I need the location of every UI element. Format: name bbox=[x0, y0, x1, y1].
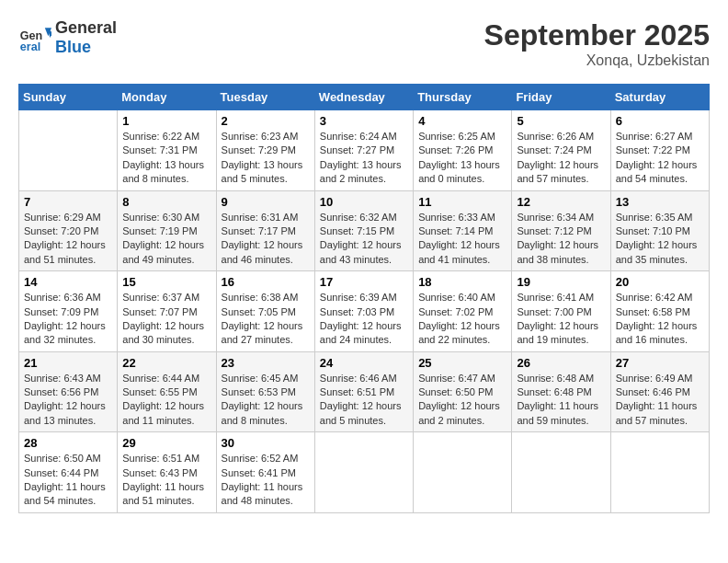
day-number: 14 bbox=[24, 275, 112, 289]
weekday-header-friday: Friday bbox=[512, 85, 610, 110]
calendar-cell: 5Sunrise: 6:26 AM Sunset: 7:24 PM Daylig… bbox=[512, 110, 610, 191]
day-info: Sunrise: 6:27 AM Sunset: 7:22 PM Dayligh… bbox=[616, 130, 704, 187]
calendar-cell: 12Sunrise: 6:34 AM Sunset: 7:12 PM Dayli… bbox=[512, 190, 610, 271]
day-number: 9 bbox=[222, 195, 310, 209]
day-number: 3 bbox=[320, 114, 408, 128]
day-info: Sunrise: 6:44 AM Sunset: 6:55 PM Dayligh… bbox=[122, 372, 210, 429]
svg-text:eral: eral bbox=[20, 40, 40, 53]
day-number: 22 bbox=[122, 356, 210, 370]
day-number: 16 bbox=[222, 275, 310, 289]
calendar-cell: 29Sunrise: 6:51 AM Sunset: 6:43 PM Dayli… bbox=[118, 432, 216, 513]
weekday-header-row: SundayMondayTuesdayWednesdayThursdayFrid… bbox=[19, 85, 710, 110]
month-title: September 2025 bbox=[484, 18, 710, 52]
day-info: Sunrise: 6:33 AM Sunset: 7:14 PM Dayligh… bbox=[418, 211, 506, 268]
weekday-header-monday: Monday bbox=[118, 85, 216, 110]
day-number: 8 bbox=[122, 195, 210, 209]
calendar-cell: 11Sunrise: 6:33 AM Sunset: 7:14 PM Dayli… bbox=[414, 190, 512, 271]
day-info: Sunrise: 6:51 AM Sunset: 6:43 PM Dayligh… bbox=[122, 452, 210, 509]
day-number: 11 bbox=[418, 195, 506, 209]
day-number: 17 bbox=[320, 275, 408, 289]
day-number: 18 bbox=[418, 275, 506, 289]
calendar-body: 1Sunrise: 6:22 AM Sunset: 7:31 PM Daylig… bbox=[19, 110, 710, 513]
calendar-cell: 9Sunrise: 6:31 AM Sunset: 7:17 PM Daylig… bbox=[216, 190, 314, 271]
day-info: Sunrise: 6:25 AM Sunset: 7:26 PM Dayligh… bbox=[418, 130, 506, 187]
calendar-cell: 2Sunrise: 6:23 AM Sunset: 7:29 PM Daylig… bbox=[216, 110, 314, 191]
calendar-cell: 16Sunrise: 6:38 AM Sunset: 7:05 PM Dayli… bbox=[216, 271, 314, 352]
calendar-cell: 6Sunrise: 6:27 AM Sunset: 7:22 PM Daylig… bbox=[610, 110, 709, 191]
calendar-cell: 7Sunrise: 6:29 AM Sunset: 7:20 PM Daylig… bbox=[19, 190, 118, 271]
day-number: 25 bbox=[418, 356, 506, 370]
calendar-cell: 4Sunrise: 6:25 AM Sunset: 7:26 PM Daylig… bbox=[414, 110, 512, 191]
day-number: 23 bbox=[222, 356, 310, 370]
day-info: Sunrise: 6:45 AM Sunset: 6:53 PM Dayligh… bbox=[222, 372, 310, 429]
day-info: Sunrise: 6:23 AM Sunset: 7:29 PM Dayligh… bbox=[222, 130, 310, 187]
calendar-cell: 27Sunrise: 6:49 AM Sunset: 6:46 PM Dayli… bbox=[610, 351, 709, 432]
day-info: Sunrise: 6:43 AM Sunset: 6:56 PM Dayligh… bbox=[24, 372, 112, 429]
calendar-cell: 22Sunrise: 6:44 AM Sunset: 6:55 PM Dayli… bbox=[118, 351, 216, 432]
weekday-header-sunday: Sunday bbox=[19, 85, 118, 110]
calendar-week-row: 21Sunrise: 6:43 AM Sunset: 6:56 PM Dayli… bbox=[19, 351, 710, 432]
day-info: Sunrise: 6:34 AM Sunset: 7:12 PM Dayligh… bbox=[517, 211, 605, 268]
calendar-cell bbox=[314, 432, 413, 513]
calendar-week-row: 28Sunrise: 6:50 AM Sunset: 6:44 PM Dayli… bbox=[19, 432, 710, 513]
day-number: 4 bbox=[418, 114, 506, 128]
day-number: 1 bbox=[122, 114, 210, 128]
day-info: Sunrise: 6:37 AM Sunset: 7:07 PM Dayligh… bbox=[122, 291, 210, 348]
calendar-cell bbox=[19, 110, 118, 191]
day-info: Sunrise: 6:35 AM Sunset: 7:10 PM Dayligh… bbox=[616, 211, 704, 268]
day-number: 13 bbox=[616, 195, 704, 209]
title-block: September 2025 Xonqa, Uzbekistan bbox=[484, 18, 710, 69]
day-info: Sunrise: 6:31 AM Sunset: 7:17 PM Dayligh… bbox=[222, 211, 310, 268]
calendar-cell: 26Sunrise: 6:48 AM Sunset: 6:48 PM Dayli… bbox=[512, 351, 610, 432]
day-number: 6 bbox=[616, 114, 704, 128]
day-info: Sunrise: 6:24 AM Sunset: 7:27 PM Dayligh… bbox=[320, 130, 408, 187]
calendar-week-row: 1Sunrise: 6:22 AM Sunset: 7:31 PM Daylig… bbox=[19, 110, 710, 191]
calendar-cell: 30Sunrise: 6:52 AM Sunset: 6:41 PM Dayli… bbox=[216, 432, 314, 513]
day-number: 7 bbox=[24, 195, 112, 209]
calendar-header: SundayMondayTuesdayWednesdayThursdayFrid… bbox=[19, 85, 710, 110]
day-number: 26 bbox=[517, 356, 605, 370]
day-number: 24 bbox=[320, 356, 408, 370]
day-info: Sunrise: 6:50 AM Sunset: 6:44 PM Dayligh… bbox=[24, 452, 112, 509]
calendar-cell: 8Sunrise: 6:30 AM Sunset: 7:19 PM Daylig… bbox=[118, 190, 216, 271]
day-number: 30 bbox=[222, 436, 310, 450]
day-info: Sunrise: 6:42 AM Sunset: 6:58 PM Dayligh… bbox=[616, 291, 704, 348]
day-info: Sunrise: 6:52 AM Sunset: 6:41 PM Dayligh… bbox=[222, 452, 310, 509]
day-info: Sunrise: 6:38 AM Sunset: 7:05 PM Dayligh… bbox=[222, 291, 310, 348]
calendar-cell: 24Sunrise: 6:46 AM Sunset: 6:51 PM Dayli… bbox=[314, 351, 413, 432]
calendar-cell: 10Sunrise: 6:32 AM Sunset: 7:15 PM Dayli… bbox=[314, 190, 413, 271]
day-number: 21 bbox=[24, 356, 112, 370]
calendar-cell bbox=[610, 432, 709, 513]
logo-name-general: General bbox=[55, 18, 117, 38]
day-info: Sunrise: 6:47 AM Sunset: 6:50 PM Dayligh… bbox=[418, 372, 506, 429]
calendar-cell: 28Sunrise: 6:50 AM Sunset: 6:44 PM Dayli… bbox=[19, 432, 118, 513]
calendar-cell bbox=[512, 432, 610, 513]
calendar-cell: 1Sunrise: 6:22 AM Sunset: 7:31 PM Daylig… bbox=[118, 110, 216, 191]
day-info: Sunrise: 6:29 AM Sunset: 7:20 PM Dayligh… bbox=[24, 211, 112, 268]
day-info: Sunrise: 6:26 AM Sunset: 7:24 PM Dayligh… bbox=[517, 130, 605, 187]
day-number: 15 bbox=[122, 275, 210, 289]
day-number: 27 bbox=[616, 356, 704, 370]
day-number: 2 bbox=[222, 114, 310, 128]
day-number: 12 bbox=[517, 195, 605, 209]
page-header: Gen eral General Blue September 2025 Xon… bbox=[18, 18, 710, 69]
weekday-header-wednesday: Wednesday bbox=[314, 85, 413, 110]
day-number: 29 bbox=[122, 436, 210, 450]
weekday-header-thursday: Thursday bbox=[414, 85, 512, 110]
logo-name-blue: Blue bbox=[55, 38, 117, 57]
day-info: Sunrise: 6:41 AM Sunset: 7:00 PM Dayligh… bbox=[517, 291, 605, 348]
calendar-cell bbox=[414, 432, 512, 513]
weekday-header-tuesday: Tuesday bbox=[216, 85, 314, 110]
calendar-cell: 17Sunrise: 6:39 AM Sunset: 7:03 PM Dayli… bbox=[314, 271, 413, 352]
day-number: 10 bbox=[320, 195, 408, 209]
calendar-cell: 21Sunrise: 6:43 AM Sunset: 6:56 PM Dayli… bbox=[19, 351, 118, 432]
calendar-cell: 18Sunrise: 6:40 AM Sunset: 7:02 PM Dayli… bbox=[414, 271, 512, 352]
location-title: Xonqa, Uzbekistan bbox=[484, 52, 710, 69]
calendar-week-row: 7Sunrise: 6:29 AM Sunset: 7:20 PM Daylig… bbox=[19, 190, 710, 271]
calendar-cell: 25Sunrise: 6:47 AM Sunset: 6:50 PM Dayli… bbox=[414, 351, 512, 432]
day-info: Sunrise: 6:32 AM Sunset: 7:15 PM Dayligh… bbox=[320, 211, 408, 268]
day-number: 19 bbox=[517, 275, 605, 289]
calendar-cell: 20Sunrise: 6:42 AM Sunset: 6:58 PM Dayli… bbox=[610, 271, 709, 352]
calendar-cell: 19Sunrise: 6:41 AM Sunset: 7:00 PM Dayli… bbox=[512, 271, 610, 352]
calendar-cell: 3Sunrise: 6:24 AM Sunset: 7:27 PM Daylig… bbox=[314, 110, 413, 191]
